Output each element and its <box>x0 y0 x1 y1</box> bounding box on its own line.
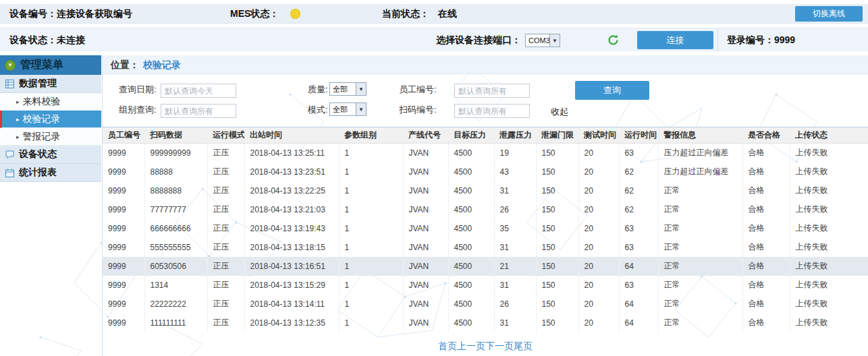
sidebar: ▼ 管理菜单 数据管理 ▸ 来料校验 ▸ 校验记录 ▸ 警报记录 设备状态 统计… <box>0 55 101 356</box>
table-cell: 4500 <box>448 144 494 162</box>
device-number-label: 设备编号：连接设备获取编号 <box>9 4 132 24</box>
employee-number-input[interactable] <box>454 84 530 98</box>
sidebar-item-label: 设备状态 <box>19 148 57 160</box>
scan-number-input[interactable] <box>454 104 530 118</box>
table-cell: 1 <box>339 219 403 238</box>
connect-button[interactable]: 连接 <box>637 31 713 49</box>
table-cell: 合格 <box>742 219 790 238</box>
table-cell: 合格 <box>742 144 790 162</box>
table-row[interactable]: 999977777777正压2018-04-13 13:21:031JVAN45… <box>103 200 868 219</box>
table-cell: 60530506 <box>144 257 207 276</box>
table-cell: 上传失败 <box>790 144 868 162</box>
table-cell: 正压 <box>207 295 244 314</box>
table-row[interactable]: 9999111111111正压2018-04-13 13:12:351JVAN4… <box>103 314 868 332</box>
mode-select[interactable]: 全部 ▼ <box>329 102 367 116</box>
table-cell: JVAN <box>403 276 448 295</box>
table-cell: 正常 <box>658 276 742 295</box>
switch-offline-button[interactable]: 切换离线 <box>795 6 863 22</box>
pagination-prev[interactable]: 上一页 <box>457 340 485 351</box>
table-row[interactable]: 99998888888正压2018-04-13 13:22:251JVAN450… <box>103 181 868 200</box>
date-query-label: 查询日期: <box>119 84 157 96</box>
table-cell: 150 <box>536 314 578 332</box>
table-row[interactable]: 999922222222正压2018-04-13 13:14:111JVAN45… <box>103 295 868 314</box>
table-cell: 4500 <box>448 181 494 200</box>
sidebar-item-calibration-records[interactable]: ▸ 校验记录 <box>0 111 101 128</box>
sidebar-item-label: 统计报表 <box>19 167 57 179</box>
table-cell: 20 <box>578 314 619 332</box>
sidebar-item-data-management[interactable]: 数据管理 <box>0 75 101 93</box>
table-cell: 21 <box>494 257 536 276</box>
table-cell: 合格 <box>742 238 790 257</box>
table-row[interactable]: 999960530506正压2018-04-13 13:16:511JVAN45… <box>103 257 868 276</box>
table-cell: 正压 <box>207 144 244 162</box>
table-cell: 9999 <box>103 276 144 295</box>
sidebar-item-label: 校验记录 <box>23 113 61 125</box>
table-cell: JVAN <box>403 200 448 219</box>
mode-label: 模式: <box>308 104 328 116</box>
table-cell: JVAN <box>403 295 448 314</box>
table-cell: 31 <box>494 314 536 332</box>
table-cell: 150 <box>536 200 578 219</box>
table-cell: 62 <box>619 181 658 200</box>
table-cell: JVAN <box>403 314 448 332</box>
table-header-row: 员工编号扫码数据运行模式出站时间参数组别产线代号目标压力泄露压力泄漏门限测试时间… <box>103 127 868 144</box>
pagination-last[interactable]: 尾页 <box>514 340 533 351</box>
table-cell: 62 <box>619 162 658 181</box>
sidebar-item-statistics-report[interactable]: 统计报表 <box>0 164 101 182</box>
sidebar-item-device-status[interactable]: 设备状态 <box>0 146 101 164</box>
table-row[interactable]: 999988888正压2018-04-13 13:23:511JVAN45004… <box>103 162 868 181</box>
table-cell: 19 <box>494 144 536 162</box>
refresh-ports-button[interactable] <box>607 34 620 47</box>
table-row[interactable]: 9999666666666正压2018-04-13 13:19:431JVAN4… <box>103 219 868 238</box>
table-cell: 正压 <box>207 314 244 332</box>
triangle-bullet-icon: ▸ <box>16 134 20 140</box>
search-button[interactable]: 查询 <box>575 81 649 100</box>
group-query-input[interactable] <box>161 104 236 118</box>
table-cell: 1 <box>339 162 403 181</box>
table-cell: 62 <box>619 200 658 219</box>
sidebar-item-label: 警报记录 <box>23 131 61 143</box>
table-cell: 正常 <box>658 200 742 219</box>
sidebar-item-incoming-check[interactable]: ▸ 来料校验 <box>0 93 101 111</box>
table-cell: 4500 <box>448 314 494 332</box>
column-header: 产线代号 <box>403 127 448 144</box>
table-cell: 正压 <box>207 200 244 219</box>
device-status-label: 设备状态：未连接 <box>9 28 85 52</box>
table-row[interactable]: 99991314正压2018-04-13 13:15:291JVAN450031… <box>103 276 868 295</box>
pagination-first[interactable]: 首页 <box>438 340 457 351</box>
table-cell: 正压 <box>207 276 244 295</box>
table-cell: 合格 <box>742 295 790 314</box>
group-query-label: 组别查询: <box>119 104 157 116</box>
table-cell: 31 <box>494 181 536 200</box>
breadcrumb: 位置：校验记录 <box>103 55 868 74</box>
table-cell: 1 <box>339 314 403 332</box>
login-number-label: 登录编号：9999 <box>727 28 795 52</box>
table-cell: 上传失败 <box>790 238 868 257</box>
table-row[interactable]: 9999999999999正压2018-04-13 13:25:111JVAN4… <box>103 144 868 162</box>
collapse-link[interactable]: 收起 <box>551 106 568 118</box>
pagination-next[interactable]: 下一页 <box>485 340 514 351</box>
column-header: 上传状态 <box>790 127 868 144</box>
table-cell: 35 <box>494 219 536 238</box>
table-cell: 64 <box>619 314 658 332</box>
table-cell: 20 <box>578 238 619 257</box>
table-cell: 上传失败 <box>790 314 868 332</box>
table-row[interactable]: 9999555555555正压2018-04-13 13:18:151JVAN4… <box>103 238 868 257</box>
table-cell: 20 <box>578 162 619 181</box>
table-cell: 正常 <box>658 257 742 276</box>
list-icon <box>5 80 14 88</box>
table-cell: 88888 <box>144 162 207 181</box>
table-cell: 1 <box>339 295 403 314</box>
table-cell: 2018-04-13 13:21:03 <box>244 200 339 219</box>
table-cell: 77777777 <box>144 200 207 219</box>
table-cell: 4500 <box>448 162 494 181</box>
sidebar-title[interactable]: ▼ 管理菜单 <box>0 55 101 75</box>
column-header: 警报信息 <box>658 127 742 144</box>
sidebar-item-alarm-records[interactable]: ▸ 警报记录 <box>0 128 101 146</box>
breadcrumb-current-link[interactable]: 校验记录 <box>143 59 181 70</box>
date-query-input[interactable] <box>161 84 236 98</box>
quality-select[interactable]: 全部 ▼ <box>329 82 367 96</box>
port-select[interactable]: COM3 ▼ <box>525 34 560 47</box>
table-cell: 2018-04-13 13:22:25 <box>244 181 339 200</box>
table-cell: 正压 <box>207 181 244 200</box>
